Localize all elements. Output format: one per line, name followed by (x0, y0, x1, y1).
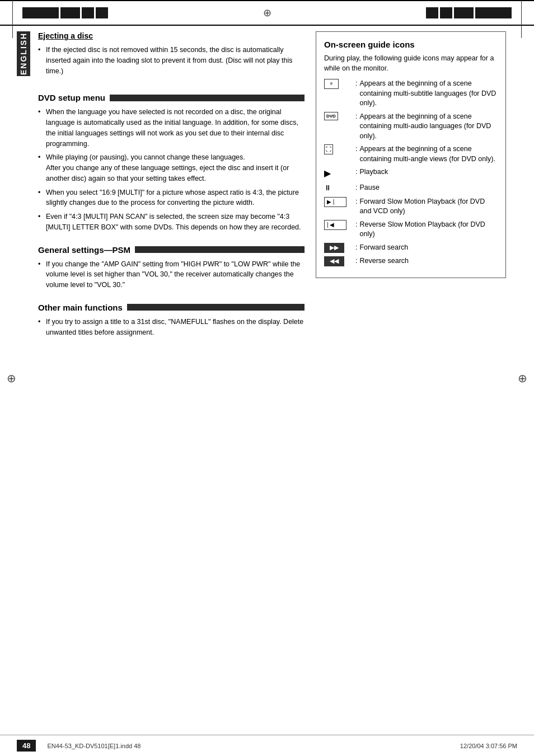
subtitle-desc: Appears at the beginning of a scene cont… (359, 79, 498, 109)
guide-item-rev-search: ◀◀ : Reverse search (324, 256, 498, 266)
language-label: ENGLISH (17, 31, 30, 76)
guide-item-pause: ⏸ : Pause (324, 183, 498, 193)
content-wrapper: ENGLISH Ejecting a disc If the ejected d… (0, 26, 534, 735)
pause-icon: ⏸ (324, 183, 352, 193)
right-column: On-screen guide icons During play, the f… (316, 31, 506, 729)
dvd-bullet-4: Even if "4:3 [MULTI] PAN SCAN" is select… (38, 212, 305, 233)
crosshair-top: ⊕ (252, 7, 283, 19)
top-decoration: ⊕ (0, 0, 534, 26)
dvd-bullet-3: When you select "16:9 [MULTI]" for a pic… (38, 187, 305, 209)
other-bullet-1: If you try to assign a title to a 31st d… (38, 317, 305, 338)
fwd-slow-desc: Forward Slow Motion Playback (for DVD an… (359, 197, 498, 217)
deco-block-6 (440, 7, 452, 18)
general-settings-title: General settings—PSM (38, 245, 305, 255)
other-functions-title: Other main functions (38, 303, 305, 312)
general-bullet-1: If you change the "AMP GAIN" setting fro… (38, 259, 305, 290)
audio-desc: Appears at the beginning of a scene cont… (359, 112, 498, 142)
footer-filename: EN44-53_KD-DV5101[E]1.indd 48 (47, 743, 140, 749)
page: ⊕ ENGLISH Ejecting a disc If the ejected… (0, 0, 534, 756)
deco-block-8 (475, 7, 512, 18)
ejecting-bullet-1: If the ejected disc is not removed withi… (38, 45, 305, 76)
guide-item-fwd-search: ▶▶ : Forward search (324, 243, 498, 253)
pause-desc: Pause (359, 183, 498, 193)
general-settings-bullets: If you change the "AMP GAIN" setting fro… (38, 259, 305, 290)
general-settings-section: General settings—PSM If you change the "… (38, 245, 305, 294)
angle-icon: ⛶ (324, 144, 352, 154)
dvd-bullet-2: While playing (or pausing), you cannot c… (38, 152, 305, 184)
guide-item-audio: DVD : Appears at the beginning of a scen… (324, 112, 498, 142)
deco-block-7 (454, 7, 474, 18)
play-desc: Playback (359, 167, 498, 177)
dvd-setup-title: DVD setup menu (38, 93, 305, 102)
footer-timestamp: 12/20/04 3:07:56 PM (460, 743, 517, 749)
other-functions-section: Other main functions If you try to assig… (38, 303, 305, 341)
fwd-search-icon: ▶▶ (324, 243, 352, 253)
dvd-bullet-1: When the language you have selected is n… (38, 107, 305, 149)
guide-box-title: On-screen guide icons (324, 40, 498, 49)
columns-wrapper: Ejecting a disc If the ejected disc is n… (38, 31, 506, 729)
left-column: Ejecting a disc If the ejected disc is n… (38, 31, 305, 729)
deco-left (22, 7, 252, 18)
guide-box: On-screen guide icons During play, the f… (316, 31, 506, 278)
guide-item-play: ▶ : Playback (324, 167, 498, 180)
other-functions-bullets: If you try to assign a title to a 31st d… (38, 317, 305, 338)
guide-item-subtitle: ≡ : Appears at the beginning of a scene … (324, 79, 498, 109)
dvd-setup-bullets: When the language you have selected is n… (38, 107, 305, 232)
dvd-setup-section: DVD setup menu When the language you hav… (38, 93, 305, 236)
angle-desc: Appears at the beginning of a scene cont… (359, 144, 498, 164)
subtitle-icon: ≡ (324, 79, 352, 89)
fwd-slow-icon: ▶ | (324, 197, 352, 207)
guide-item-angle: ⛶ : Appears at the beginning of a scene … (324, 144, 498, 164)
guide-item-rev-slow: | ◀ : Reverse Slow Motion Playback (for … (324, 220, 498, 240)
ejecting-title: Ejecting a disc (38, 31, 305, 40)
right-margin-crosshair: ⊕ (518, 372, 527, 385)
rev-slow-desc: Reverse Slow Motion Playback (for DVD on… (359, 220, 498, 240)
deco-block-3 (82, 7, 94, 18)
deco-right (283, 7, 512, 18)
page-number-box: 48 (17, 740, 36, 752)
deco-block-2 (60, 7, 80, 18)
ejecting-section: Ejecting a disc If the ejected disc is n… (38, 31, 305, 79)
left-sidebar: ENGLISH (17, 31, 38, 729)
footer: 48 EN44-53_KD-DV5101[E]1.indd 48 12/20/0… (0, 735, 534, 756)
left-margin-crosshair: ⊕ (7, 372, 16, 385)
ejecting-bullets: If the ejected disc is not removed withi… (38, 45, 305, 76)
deco-block-4 (96, 7, 108, 18)
play-icon: ▶ (324, 167, 352, 180)
rev-slow-icon: | ◀ (324, 220, 352, 230)
rev-search-desc: Reverse search (359, 256, 498, 266)
deco-block-5 (426, 7, 438, 18)
fwd-search-desc: Forward search (359, 243, 498, 253)
audio-icon: DVD (324, 112, 352, 120)
guide-intro: During play, the following guide icons m… (324, 54, 498, 73)
guide-item-fwd-slow: ▶ | : Forward Slow Motion Playback (for … (324, 197, 498, 217)
deco-block-1 (22, 7, 59, 18)
rev-search-icon: ◀◀ (324, 256, 352, 266)
